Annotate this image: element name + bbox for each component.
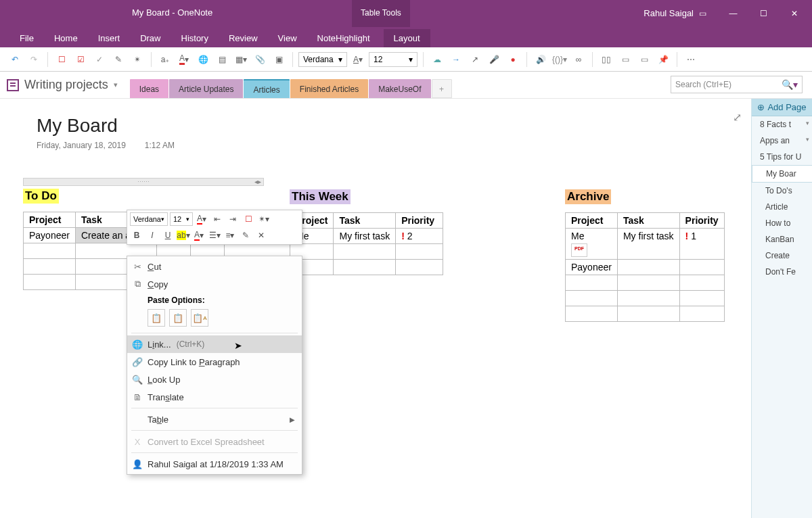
- ribbon-display-options[interactable]: ▭: [687, 3, 718, 24]
- outdent-icon[interactable]: ⇤: [210, 212, 224, 226]
- expand-icon[interactable]: ⤢: [733, 111, 742, 124]
- empty-cell[interactable]: [679, 291, 724, 306]
- styles-icon[interactable]: ✎: [239, 229, 252, 242]
- fontcolor-icon[interactable]: A▾: [192, 229, 206, 242]
- cell-priority[interactable]: !1: [679, 229, 724, 260]
- cell-task[interactable]: My first task: [617, 229, 679, 260]
- undo-button[interactable]: ↶: [7, 51, 23, 68]
- cell-project[interactable]: Payoneer: [24, 228, 76, 243]
- page-icon[interactable]: ▤: [214, 51, 230, 68]
- layout1-icon[interactable]: ▯▯: [598, 51, 614, 68]
- mini-font-selector[interactable]: Verdana▾: [130, 212, 168, 226]
- checkmark-icon[interactable]: ✓: [91, 51, 108, 68]
- board-heading-thisweek[interactable]: This Week: [290, 189, 351, 204]
- col-task[interactable]: Task: [334, 213, 396, 229]
- empty-cell[interactable]: [566, 306, 618, 322]
- section-tab-article-updates[interactable]: Article Updates: [169, 79, 243, 98]
- bold-icon[interactable]: B: [130, 229, 143, 242]
- overflow-icon[interactable]: ⋯: [683, 51, 699, 68]
- page-item[interactable]: KanBan: [752, 231, 812, 248]
- tab-notehighlight[interactable]: NoteHighlight: [307, 29, 380, 47]
- page-item[interactable]: 8 Facts t: [752, 116, 812, 133]
- empty-cell[interactable]: [334, 244, 396, 260]
- underline-icon[interactable]: U: [161, 229, 175, 242]
- delete-icon[interactable]: ✕: [254, 229, 268, 242]
- paste-text-only[interactable]: 📋A: [191, 309, 208, 327]
- empty-cell[interactable]: [24, 259, 76, 275]
- close-button[interactable]: ✕: [779, 3, 809, 24]
- paste-keep-formatting[interactable]: 📋: [148, 309, 165, 327]
- bullets-icon[interactable]: ☰▾: [208, 229, 221, 242]
- paste-merge[interactable]: 📋: [169, 309, 187, 327]
- page-title[interactable]: My Board: [37, 115, 751, 137]
- redo-button[interactable]: ↷: [26, 51, 42, 68]
- empty-cell[interactable]: [396, 244, 443, 260]
- empty-cell[interactable]: [396, 260, 443, 275]
- mini-size-selector[interactable]: 12▾: [170, 212, 193, 226]
- page-time[interactable]: 1:12 AM: [145, 141, 175, 150]
- menu-copy-link-paragraph[interactable]: 🔗 Copy Link to Paragraph: [127, 353, 302, 371]
- checkbox-icon[interactable]: ☐: [53, 51, 70, 68]
- table-archive[interactable]: Project Task Priority Me My first task !…: [565, 212, 725, 322]
- indent-icon[interactable]: ⇥: [226, 212, 240, 226]
- layout2-icon[interactable]: ▭: [617, 51, 633, 68]
- add-section-button[interactable]: +: [432, 79, 452, 98]
- col-priority[interactable]: Priority: [679, 213, 724, 229]
- page-date[interactable]: Friday, January 18, 2019: [37, 141, 126, 150]
- col-project[interactable]: Project: [566, 213, 618, 229]
- font-size-selector[interactable]: 12▾: [369, 52, 418, 67]
- tab-layout[interactable]: Layout: [384, 29, 430, 47]
- section-tab-articles[interactable]: Articles: [244, 79, 289, 98]
- empty-cell[interactable]: [617, 291, 679, 306]
- cloud-icon[interactable]: ☁: [429, 51, 445, 68]
- text-icon[interactable]: a₊: [157, 51, 173, 68]
- section-tab-makeuseof[interactable]: MakeUseOf: [369, 79, 430, 98]
- empty-cell[interactable]: [679, 275, 724, 291]
- numbers-icon[interactable]: ≡▾: [223, 229, 237, 242]
- col-task[interactable]: Task: [617, 213, 679, 229]
- tab-insert[interactable]: Insert: [88, 29, 131, 47]
- menu-copy[interactable]: ⧉ Copy: [127, 275, 302, 293]
- send-icon[interactable]: ↗: [467, 51, 483, 68]
- page-item[interactable]: My Boar: [752, 165, 812, 183]
- page-item[interactable]: 5 Tips for U: [752, 149, 812, 165]
- checkbox-icon[interactable]: ☐: [242, 212, 255, 226]
- format-painter-icon[interactable]: ✎: [110, 51, 127, 68]
- minimize-button[interactable]: —: [718, 3, 748, 24]
- clear-icon[interactable]: A▾: [195, 212, 208, 226]
- grid-icon[interactable]: ▦▾: [233, 51, 249, 68]
- font-color-icon[interactable]: A▾: [176, 51, 192, 68]
- notebook-selector[interactable]: Writing projects ▾: [7, 78, 118, 92]
- tag-icon[interactable]: ✴▾: [257, 212, 271, 226]
- menu-cut[interactable]: ✂ Cut: [127, 258, 302, 275]
- checkbox-checked-icon[interactable]: ☑: [72, 51, 89, 68]
- menu-table[interactable]: Table ▶: [127, 410, 302, 428]
- col-priority[interactable]: Priority: [396, 213, 443, 229]
- section-tab-finished-articles[interactable]: Finished Articles: [290, 79, 368, 98]
- cell-project[interactable]: Me: [566, 229, 618, 260]
- mic-icon[interactable]: 🎤: [486, 51, 502, 68]
- cell-project[interactable]: Payoneer: [566, 260, 618, 275]
- board-heading-todo[interactable]: To Do: [23, 189, 59, 204]
- empty-cell[interactable]: [334, 260, 396, 275]
- highlight-icon[interactable]: ab▾: [177, 229, 190, 242]
- page-item[interactable]: Article: [752, 199, 812, 215]
- italic-icon[interactable]: I: [145, 229, 159, 242]
- clear-format-icon[interactable]: ✴: [129, 51, 145, 68]
- empty-cell[interactable]: [566, 291, 618, 306]
- empty-cell[interactable]: [679, 260, 724, 275]
- section-tab-ideas[interactable]: Ideas: [130, 79, 168, 98]
- menu-author-info[interactable]: 👤 Rahul Saigal at 1/18/2019 1:33 AM: [127, 455, 302, 473]
- font-selector[interactable]: Verdana▾: [298, 52, 347, 67]
- col-project[interactable]: Project: [24, 212, 76, 228]
- search-input[interactable]: Search (Ctrl+E) 🔍▾: [671, 76, 803, 93]
- arrow-right-icon[interactable]: →: [448, 51, 464, 68]
- globe-icon[interactable]: 🌐: [195, 51, 211, 68]
- pin-icon[interactable]: 📌: [655, 51, 671, 68]
- menu-link[interactable]: 🌐 Link... (Ctrl+K): [127, 335, 302, 353]
- tab-view[interactable]: View: [268, 29, 307, 47]
- empty-cell[interactable]: [617, 275, 679, 291]
- tab-file[interactable]: File: [9, 29, 44, 47]
- user-name[interactable]: Rahul Saigal: [644, 8, 694, 18]
- empty-cell[interactable]: [24, 243, 76, 259]
